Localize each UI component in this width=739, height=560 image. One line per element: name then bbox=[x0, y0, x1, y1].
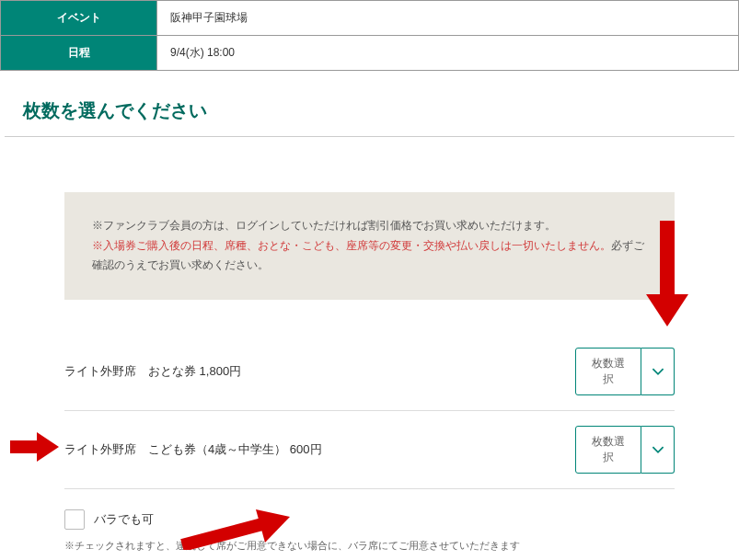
qty-dropdown-button[interactable] bbox=[641, 426, 675, 474]
ticket-row-child: ライト外野席 こども券（4歳～中学生） 600円 枚数選択 bbox=[64, 411, 675, 489]
notice-red-text: ※入場券ご購入後の日程、席種、おとな・こども、座席等の変更・交換や払い戻しは一切… bbox=[92, 239, 611, 252]
ticket-label-adult: ライト外野席 おとな券 1,800円 bbox=[64, 363, 241, 380]
event-label-cell: イベント bbox=[1, 1, 157, 36]
ticket-row-adult: ライト外野席 おとな券 1,800円 枚数選択 bbox=[64, 333, 675, 411]
bara-checkbox-row: バラでも可 bbox=[64, 489, 675, 533]
page-heading: 枚数を選んでください bbox=[5, 71, 734, 137]
chevron-down-icon bbox=[652, 445, 664, 454]
chevron-down-icon bbox=[652, 367, 664, 376]
ticket-label-child: ライト外野席 こども券（4歳～中学生） 600円 bbox=[64, 441, 322, 458]
notice-box: ※ファンクラブ会員の方は、ログインしていただければ割引価格でお買い求めいただけま… bbox=[64, 192, 675, 300]
event-info-table: イベント 阪神甲子園球場 日程 9/4(水) 18:00 bbox=[0, 0, 739, 71]
qty-dropdown-button[interactable] bbox=[641, 348, 675, 395]
bara-note: ※チェックされますと、連続して席がご用意できない場合に、バラ席にてご用意させてい… bbox=[64, 533, 675, 560]
event-value-cell: 阪神甲子園球場 bbox=[157, 1, 739, 36]
content-area: ※ファンクラブ会員の方は、ログインしていただければ割引価格でお買い求めいただけま… bbox=[0, 137, 739, 560]
qty-select-button[interactable]: 枚数選択 bbox=[575, 426, 641, 474]
date-label-cell: 日程 bbox=[1, 36, 157, 71]
date-value-cell: 9/4(水) 18:00 bbox=[157, 36, 739, 71]
bara-checkbox[interactable] bbox=[64, 509, 85, 530]
qty-select-adult: 枚数選択 bbox=[575, 348, 675, 395]
notice-line-2: ※入場券ご購入後の日程、席種、おとな・こども、座席等の変更・交換や払い戻しは一切… bbox=[92, 236, 647, 276]
notice-line-1: ※ファンクラブ会員の方は、ログインしていただければ割引価格でお買い求めいただけま… bbox=[92, 216, 647, 236]
qty-select-button[interactable]: 枚数選択 bbox=[575, 348, 641, 395]
qty-select-child: 枚数選択 bbox=[575, 426, 675, 474]
bara-checkbox-label: バラでも可 bbox=[94, 511, 154, 528]
